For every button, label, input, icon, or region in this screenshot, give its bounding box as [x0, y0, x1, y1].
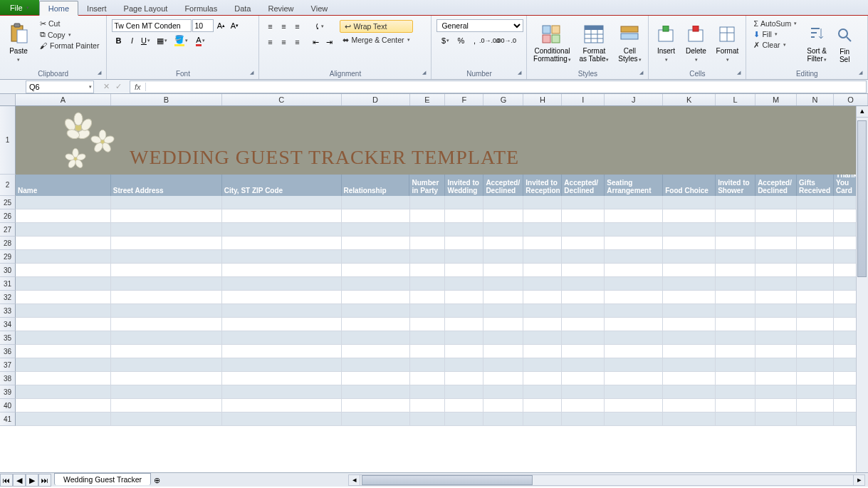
align-middle-button[interactable]: ≡ — [277, 20, 290, 33]
horizontal-scrollbar[interactable]: ◂ ▸ — [348, 474, 865, 486]
cell[interactable] — [562, 318, 605, 331]
cell[interactable] — [483, 291, 523, 304]
cell[interactable] — [523, 304, 562, 318]
cell[interactable] — [222, 358, 342, 372]
cell[interactable] — [483, 372, 523, 385]
cell[interactable] — [716, 264, 755, 277]
align-top-button[interactable]: ≡ — [263, 20, 276, 33]
cell[interactable] — [716, 196, 755, 209]
row-header[interactable]: 25 — [0, 196, 16, 209]
cell[interactable] — [16, 291, 111, 304]
cell[interactable] — [663, 223, 716, 237]
cell[interactable] — [663, 264, 716, 277]
decrease-decimal-button[interactable]: .00→.0 — [498, 34, 513, 47]
cell[interactable] — [663, 237, 716, 250]
cell[interactable] — [716, 223, 755, 237]
cell[interactable] — [562, 237, 605, 250]
row-header[interactable]: 41 — [0, 412, 16, 426]
cell[interactable] — [445, 250, 483, 264]
cell[interactable] — [342, 385, 410, 399]
row-header[interactable]: 38 — [0, 372, 16, 385]
col-header-M[interactable]: M — [755, 94, 797, 105]
cell[interactable] — [16, 331, 111, 345]
cell[interactable] — [605, 277, 663, 291]
cell[interactable] — [663, 345, 716, 358]
cell[interactable] — [562, 277, 605, 291]
cell[interactable] — [111, 237, 222, 250]
cell[interactable] — [605, 385, 663, 399]
cell[interactable] — [755, 250, 797, 264]
cell[interactable] — [797, 318, 834, 331]
fill-color-button[interactable]: 🪣▾ — [172, 34, 190, 47]
cell[interactable] — [111, 399, 222, 412]
cell[interactable] — [111, 345, 222, 358]
cell[interactable] — [222, 372, 342, 385]
sheet-last-button[interactable]: ⏭ — [38, 474, 51, 487]
cell[interactable] — [562, 345, 605, 358]
cell[interactable] — [755, 196, 797, 209]
cell[interactable] — [797, 345, 834, 358]
cell[interactable] — [755, 385, 797, 399]
cell[interactable] — [342, 291, 410, 304]
row-header[interactable]: 37 — [0, 358, 16, 372]
cell[interactable] — [716, 250, 755, 264]
cell[interactable] — [663, 196, 716, 209]
cell[interactable] — [605, 223, 663, 237]
cell[interactable] — [797, 304, 834, 318]
cell[interactable] — [605, 358, 663, 372]
cell[interactable] — [483, 412, 523, 426]
cell[interactable] — [663, 372, 716, 385]
row-header[interactable]: 29 — [0, 250, 16, 264]
cell[interactable] — [605, 318, 663, 331]
cell[interactable] — [562, 264, 605, 277]
cell[interactable] — [16, 277, 111, 291]
align-left-button[interactable]: ≡ — [263, 36, 276, 48]
cell[interactable] — [605, 250, 663, 264]
col-header-A[interactable]: A — [16, 94, 111, 105]
cell[interactable] — [16, 250, 111, 264]
new-sheet-button[interactable]: ⊕ — [154, 476, 160, 484]
formula-input[interactable] — [146, 83, 866, 91]
row-header[interactable]: 26 — [0, 209, 16, 223]
align-center-button[interactable]: ≡ — [277, 36, 290, 48]
cell[interactable] — [562, 385, 605, 399]
cell[interactable] — [483, 358, 523, 372]
cell[interactable] — [342, 264, 410, 277]
cell[interactable] — [755, 264, 797, 277]
cell[interactable] — [111, 358, 222, 372]
cell[interactable] — [797, 196, 834, 209]
cell[interactable] — [663, 209, 716, 223]
cell[interactable] — [663, 385, 716, 399]
tab-page-layout[interactable]: Page Layout — [115, 1, 177, 16]
cell[interactable] — [562, 250, 605, 264]
wrap-text-button[interactable]: ↩Wrap Text — [340, 20, 412, 33]
cell[interactable] — [410, 385, 446, 399]
tab-data[interactable]: Data — [226, 1, 259, 16]
cell[interactable] — [222, 385, 342, 399]
cell[interactable] — [445, 345, 483, 358]
cell[interactable] — [523, 196, 562, 209]
tab-view[interactable]: View — [303, 1, 337, 16]
col-header-H[interactable]: H — [523, 94, 562, 105]
cell[interactable] — [410, 399, 446, 412]
cell[interactable] — [523, 277, 562, 291]
row-header[interactable]: 32 — [0, 291, 16, 304]
cell[interactable] — [111, 412, 222, 426]
italic-button[interactable]: I — [125, 34, 138, 47]
col-header-G[interactable]: G — [483, 94, 523, 105]
cell[interactable] — [222, 237, 342, 250]
cell[interactable] — [410, 331, 446, 345]
cell[interactable] — [562, 399, 605, 412]
formula-bar[interactable]: fx — [130, 81, 867, 93]
cell[interactable] — [523, 399, 562, 412]
cell[interactable] — [663, 331, 716, 345]
cell[interactable] — [716, 372, 755, 385]
cell[interactable] — [410, 250, 446, 264]
delete-cells-button[interactable]: Delete▾ — [681, 17, 710, 69]
cell[interactable] — [523, 237, 562, 250]
cell[interactable] — [605, 304, 663, 318]
sheet-prev-button[interactable]: ◀ — [13, 474, 26, 487]
align-bottom-button[interactable]: ≡ — [291, 20, 303, 33]
cell[interactable] — [445, 209, 483, 223]
align-right-button[interactable]: ≡ — [291, 36, 303, 48]
